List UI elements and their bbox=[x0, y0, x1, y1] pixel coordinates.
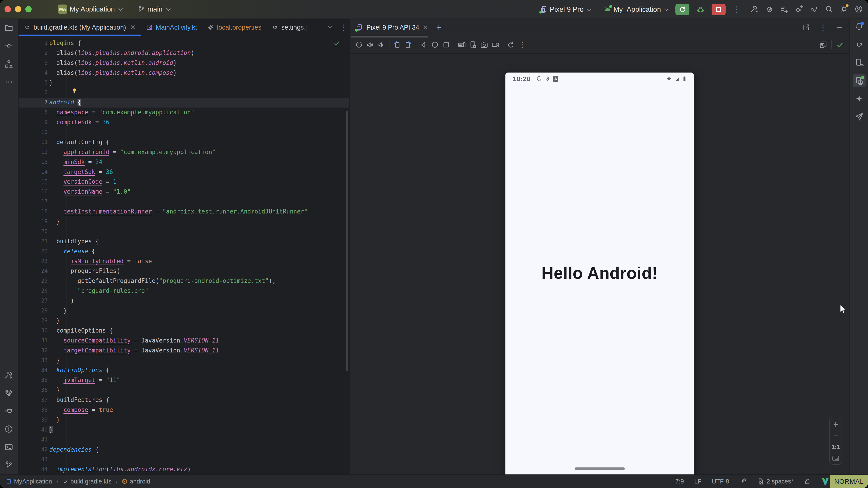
hardware-input-icon[interactable] bbox=[458, 41, 466, 49]
editor-tab-3[interactable]: local.properties bbox=[202, 19, 267, 36]
restart-icon[interactable] bbox=[507, 41, 515, 49]
tool-window-button-project[interactable] bbox=[2, 21, 16, 34]
rerun-button[interactable] bbox=[675, 4, 689, 15]
version-control-icon bbox=[4, 461, 13, 470]
lock-icon bbox=[804, 478, 811, 485]
line-separator-widget[interactable]: LF bbox=[694, 478, 702, 485]
account-icon[interactable] bbox=[855, 5, 863, 13]
actual-size-button[interactable]: 1:1 bbox=[832, 444, 840, 450]
code-line-37: 37 buildFeatures { bbox=[19, 395, 349, 405]
tool-window-button-running-devices[interactable] bbox=[852, 74, 866, 87]
ui-check-icon[interactable] bbox=[819, 41, 827, 49]
add-device-tab-icon[interactable]: + bbox=[436, 22, 441, 33]
tool-window-button-notifications[interactable] bbox=[852, 20, 866, 33]
tool-window-button-app-quality-insights[interactable] bbox=[852, 110, 866, 123]
settings-icon[interactable] bbox=[839, 5, 848, 13]
zoom-window-button[interactable] bbox=[25, 6, 32, 12]
close-device-tab-icon[interactable]: ✕ bbox=[423, 24, 428, 31]
tool-window-button-gradle[interactable] bbox=[852, 38, 866, 51]
gemini-icon bbox=[855, 94, 864, 103]
close-window-button[interactable] bbox=[4, 6, 11, 12]
hidden-tabs-chevron-icon[interactable] bbox=[327, 24, 333, 31]
structure-icon bbox=[4, 59, 13, 68]
home-icon[interactable] bbox=[431, 41, 439, 49]
more-actions-icon[interactable]: ⋮ bbox=[729, 5, 745, 13]
editor-scrollbar[interactable] bbox=[346, 111, 348, 371]
code-line-11: 11 defaultConfig { bbox=[19, 137, 349, 147]
more-icon[interactable]: ⋮ bbox=[819, 24, 827, 31]
build-icon[interactable] bbox=[750, 5, 758, 13]
editor-tab-4[interactable]: settings.g bbox=[266, 19, 312, 36]
tool-window-button-version-control[interactable] bbox=[2, 459, 16, 472]
readonly-lock-widget[interactable] bbox=[804, 478, 811, 485]
tool-window-button-problems[interactable] bbox=[2, 422, 16, 435]
tool-window-button-more-windows[interactable] bbox=[2, 75, 16, 89]
overview-icon[interactable] bbox=[442, 41, 450, 49]
tool-window-button-build[interactable] bbox=[2, 368, 16, 381]
code-line-38: 38 compose = true bbox=[19, 405, 349, 415]
code-line-28: 28 } bbox=[19, 306, 349, 316]
breadcrumb-item[interactable]: android bbox=[122, 478, 150, 485]
tab-options-icon[interactable]: ⋮ bbox=[339, 23, 347, 31]
profiler-icon[interactable] bbox=[810, 5, 818, 13]
tool-window-button-structure[interactable] bbox=[2, 57, 16, 70]
close-tab-icon[interactable]: ✕ bbox=[130, 24, 135, 31]
tool-window-button-device-manager[interactable] bbox=[852, 56, 866, 69]
emulator-screen[interactable]: 10:20 A Hello Android! bbox=[505, 72, 694, 475]
code-editor[interactable]: 1plugins {2 alias(libs.plugins.android.a… bbox=[19, 37, 349, 475]
apply-code-changes-icon[interactable] bbox=[780, 5, 788, 13]
more-icon[interactable]: ⋮ bbox=[518, 41, 526, 49]
navigation-handle[interactable] bbox=[575, 467, 625, 470]
breadcrumb-item[interactable]: build.gradle.kts bbox=[62, 478, 112, 485]
editor-tab-label: MainActivity.kt bbox=[156, 24, 197, 31]
tool-window-button-terminal[interactable] bbox=[2, 441, 16, 454]
live-edit-check-icon[interactable] bbox=[836, 41, 844, 49]
tool-window-button-app-insights[interactable] bbox=[2, 386, 16, 399]
back-icon[interactable] bbox=[420, 41, 428, 49]
device-tab[interactable]: Pixel 9 Pro API 34 ✕ bbox=[350, 19, 432, 36]
ai-assistant-widget[interactable] bbox=[739, 478, 747, 485]
indent-widget[interactable]: 2 spaces* bbox=[757, 478, 794, 485]
minimize-window-button[interactable] bbox=[15, 6, 21, 12]
open-in-window-icon[interactable] bbox=[802, 24, 810, 31]
encoding-widget[interactable]: UTF-8 bbox=[712, 478, 729, 485]
apply-changes-icon[interactable] bbox=[765, 5, 774, 13]
hide-icon[interactable] bbox=[836, 24, 844, 31]
intention-bulb-icon[interactable] bbox=[71, 88, 76, 98]
breadcrumb-item[interactable]: MyApplication bbox=[6, 478, 52, 485]
code-line-23: 23 isMinifyEnabled = false bbox=[19, 256, 349, 266]
run-configuration[interactable]: My_Application bbox=[601, 3, 670, 16]
zoom-controls: + − 1:1 bbox=[829, 417, 842, 465]
rotate-right-icon[interactable] bbox=[404, 41, 412, 49]
project-widget[interactable]: MA My Application bbox=[58, 4, 122, 14]
device-selector[interactable]: Pixel 9 Pro bbox=[537, 3, 592, 16]
volume-down-icon[interactable] bbox=[377, 41, 385, 49]
device-tabs-scrollbar[interactable] bbox=[350, 36, 428, 37]
ideavim-widget[interactable] bbox=[822, 478, 829, 485]
caret-position-widget[interactable]: 7:9 bbox=[675, 478, 684, 485]
tool-window-button-commit[interactable] bbox=[2, 39, 16, 53]
code-line-2: 2 alias(libs.plugins.android.application… bbox=[19, 48, 349, 58]
volume-up-icon[interactable] bbox=[366, 41, 374, 49]
vim-mode-badge[interactable]: NORMAL bbox=[830, 475, 868, 488]
stop-button[interactable] bbox=[712, 4, 725, 15]
power-icon[interactable] bbox=[355, 41, 363, 49]
attach-debugger-icon[interactable] bbox=[795, 5, 803, 13]
inspections-ok-icon[interactable] bbox=[333, 40, 340, 48]
code-line-19: 19 } bbox=[19, 217, 349, 227]
debug-icon bbox=[696, 5, 705, 14]
rotate-left-icon[interactable] bbox=[393, 41, 401, 49]
tool-window-button-logcat[interactable] bbox=[2, 404, 16, 418]
debug-button[interactable] bbox=[694, 3, 707, 16]
tool-window-button-gemini[interactable] bbox=[852, 92, 866, 105]
zoom-in-button[interactable]: + bbox=[833, 421, 838, 428]
screen-record-icon[interactable] bbox=[491, 41, 500, 49]
search-everywhere-icon[interactable] bbox=[825, 5, 833, 13]
fit-to-window-button[interactable] bbox=[832, 456, 839, 461]
screenshot-icon[interactable] bbox=[480, 41, 488, 49]
device-settings-icon[interactable] bbox=[469, 41, 477, 49]
zoom-out-button[interactable]: − bbox=[833, 433, 838, 438]
vcs-branch-widget[interactable]: main bbox=[137, 5, 169, 13]
editor-tab-2[interactable]: MainActivity.kt bbox=[141, 19, 202, 36]
editor-tab-1[interactable]: build.gradle.kts (My Application)✕ bbox=[19, 19, 141, 36]
